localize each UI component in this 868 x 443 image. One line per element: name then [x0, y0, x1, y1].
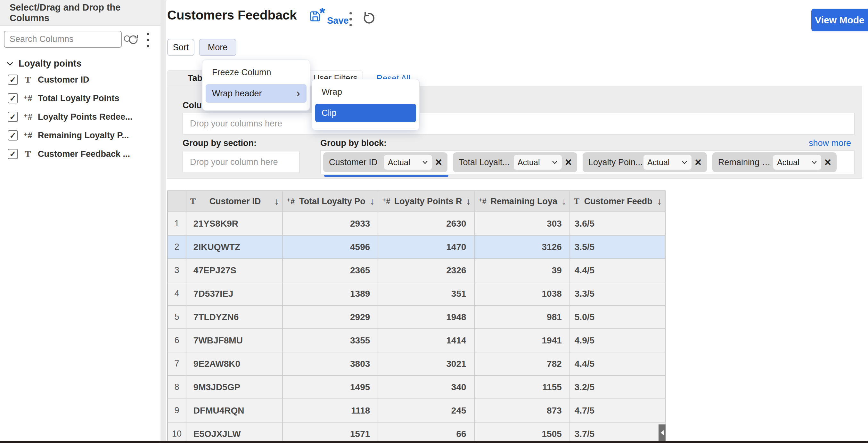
cell-customer-id: 21YS8K9R [186, 212, 283, 235]
remove-chip-icon[interactable]: × [435, 157, 442, 168]
number-type-icon: ⁺# [18, 131, 38, 140]
chip-label: Customer ID [329, 158, 384, 167]
table-row[interactable]: 8 9M3JD5GP 1495 340 1155 3.2/5 [168, 376, 665, 399]
table-row[interactable]: 4 7D537IEJ 1389 351 1038 3.3/5 [168, 282, 665, 306]
column-menu-arrow-icon[interactable]: ↓ [275, 196, 279, 207]
table-row-selected[interactable]: 2 2IKUQWTZ 4596 1470 3126 3.5/5 [168, 236, 665, 259]
refresh-icon[interactable] [127, 33, 140, 46]
field-customer-feedback[interactable]: ✓ T Customer Feedback ... [0, 145, 160, 163]
cell-redeemed: 1414 [378, 329, 474, 352]
remove-chip-icon[interactable]: × [695, 157, 702, 168]
remove-chip-icon[interactable]: × [825, 157, 831, 168]
view-mode-button[interactable]: View Mode [811, 9, 868, 31]
column-header-customer-id[interactable]: T Customer ID ↓ [186, 191, 283, 212]
sort-button[interactable]: Sort [167, 39, 194, 56]
checkbox[interactable]: ✓ [8, 130, 18, 140]
checkbox[interactable]: ✓ [8, 112, 18, 122]
save-button[interactable]: * Save [308, 10, 349, 26]
cell-redeemed: 1470 [378, 236, 474, 258]
show-more-link[interactable]: show more [807, 138, 851, 148]
chevron-down-icon [552, 160, 558, 165]
table-row[interactable]: 6 7WBJF8MU 3355 1414 1941 4.9/5 [168, 329, 665, 352]
cell-customer-id: 9E2AW8K0 [186, 352, 283, 375]
aggregate-value: Actual [647, 158, 670, 167]
field-loyalty-points-redeemed[interactable]: ✓ ⁺# Loyalty Points Redee... [0, 107, 160, 126]
app-screen: Select/Drag and Drop the Columns [0, 0, 868, 443]
number-type-icon: ⁺# [382, 197, 390, 206]
cell-remaining: 303 [475, 212, 570, 235]
number-type-icon: ⁺# [478, 197, 487, 206]
cell-redeemed: 351 [378, 282, 474, 305]
aggregate-select[interactable]: Actual [644, 155, 691, 170]
aggregate-value: Actual [777, 158, 799, 167]
group-by-section-dropzone[interactable]: Drop your column here [183, 151, 300, 173]
row-number: 2 [168, 236, 186, 258]
column-header-remaining-loyalty[interactable]: ⁺# Remaining Loya ↓ [475, 191, 570, 212]
cell-total: 2933 [283, 212, 378, 235]
table-row[interactable]: 5 7TLDYZN6 2929 1948 981 5.0/5 [168, 306, 665, 329]
block-chip-remaining-loyalty[interactable]: Remaining L... Actual × [712, 152, 837, 172]
aggregate-select[interactable]: Actual [773, 155, 821, 170]
search-input[interactable] [4, 34, 123, 44]
block-chip-customer-id[interactable]: Customer ID Actual × [323, 152, 447, 172]
block-chip-loyalty-points[interactable]: Loyalty Poin... Actual × [583, 152, 707, 172]
aggregate-select[interactable]: Actual [514, 155, 562, 170]
bottom-window-edge [0, 441, 868, 443]
cell-remaining: 1505 [475, 422, 570, 443]
submenu-item-wrap[interactable]: Wrap [315, 82, 416, 101]
table-row[interactable]: 10 E5OJXJLW 1571 66 1505 3.7/5 [168, 422, 665, 443]
remove-chip-icon[interactable]: × [565, 157, 572, 168]
cell-redeemed: 2326 [378, 259, 474, 282]
cell-feedback: 4.9/5 [570, 329, 665, 352]
table-row[interactable]: 1 21YS8K9R 2933 2630 303 3.6/5 [168, 212, 665, 236]
aggregate-select[interactable]: Actual [384, 155, 432, 170]
columns-dropzone[interactable]: Drop your columns here [183, 113, 855, 134]
cell-redeemed: 340 [378, 376, 474, 399]
table-row[interactable]: 9 DFMU4RQN 1118 245 873 4.7/5 [168, 399, 665, 422]
scrollbar-collapse-handle[interactable] [658, 424, 665, 441]
tree-group-loyalty-points[interactable]: Loyalty points [6, 58, 82, 69]
submenu-item-clip[interactable]: Clip [315, 104, 416, 122]
cell-feedback: 5.0/5 [570, 306, 665, 329]
column-header-label: Remaining Loya [486, 197, 561, 206]
column-header-label: Loyalty Points R [390, 197, 466, 206]
cell-redeemed: 1948 [378, 306, 474, 329]
checkbox[interactable]: ✓ [8, 75, 18, 85]
column-menu-arrow-icon[interactable]: ↓ [561, 196, 566, 207]
cell-total: 3355 [283, 329, 378, 352]
menu-item-wrap-header[interactable]: Wrap header › [206, 84, 307, 103]
block-chip-total-loyalty[interactable]: Total Loyalt... Actual × [453, 152, 577, 172]
cell-customer-id: 2IKUQWTZ [186, 236, 283, 258]
column-header-loyalty-redeemed[interactable]: ⁺# Loyalty Points R ↓ [378, 191, 474, 212]
table-row[interactable]: 3 47EPJ27S 2365 2326 39 4.4/5 [168, 259, 665, 282]
field-total-loyalty-points[interactable]: ✓ ⁺# Total Loyalty Points [0, 89, 160, 107]
row-number: 10 [168, 422, 186, 443]
sidebar-more-options-icon[interactable] [147, 33, 149, 47]
undo-icon[interactable] [361, 11, 375, 25]
cell-remaining: 3126 [475, 236, 570, 258]
field-remaining-loyalty-points[interactable]: ✓ ⁺# Remaining Loyalty P... [0, 126, 160, 145]
column-menu-arrow-icon[interactable]: ↓ [657, 196, 662, 207]
cell-redeemed: 66 [378, 422, 474, 443]
text-type-icon: T [574, 197, 580, 206]
group-by-block-dropzone[interactable]: Customer ID Actual × Total Loyalt... Act… [320, 150, 855, 174]
column-header-total-loyalty[interactable]: ⁺# Total Loyalty Po ↓ [283, 191, 378, 212]
more-button[interactable]: More [199, 39, 237, 56]
field-label: Loyalty Points Redee... [38, 112, 133, 122]
table-row[interactable]: 7 9E2AW8K0 3803 3021 782 4.4/5 [168, 352, 665, 376]
cell-remaining: 981 [475, 306, 570, 329]
checkbox[interactable]: ✓ [8, 93, 18, 103]
field-customer-id[interactable]: ✓ T Customer ID [0, 70, 160, 89]
view-more-options-icon[interactable] [346, 12, 355, 26]
menu-item-freeze-column[interactable]: Freeze Column [206, 63, 307, 81]
column-header-customer-feedback[interactable]: T Customer Feedb ↓ [570, 191, 665, 212]
row-number-header [168, 191, 186, 212]
cell-redeemed: 3021 [378, 352, 474, 375]
left-arrow-icon [661, 430, 664, 435]
checkbox[interactable]: ✓ [8, 149, 18, 159]
chip-label: Loyalty Poin... [588, 158, 644, 167]
column-menu-arrow-icon[interactable]: ↓ [370, 196, 375, 207]
column-menu-arrow-icon[interactable]: ↓ [466, 196, 471, 207]
submenu-arrow-icon: › [296, 88, 300, 99]
cell-customer-id: 7D537IEJ [186, 282, 283, 305]
